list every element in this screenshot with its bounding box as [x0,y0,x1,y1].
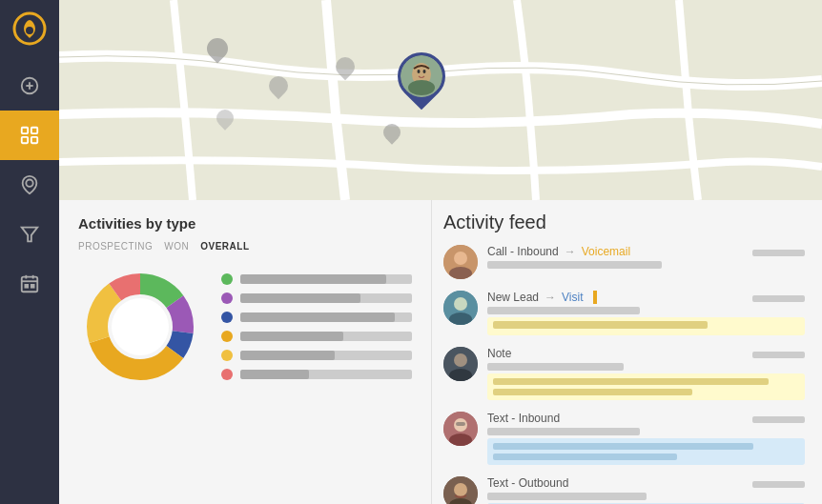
map-pin-4 [336,57,355,76]
sidebar-item-grid[interactable] [0,111,59,160]
legend-item-2 [221,292,412,304]
feed-type-3: Note [487,347,511,360]
svg-rect-16 [31,285,34,288]
feed-title: Activity feed [443,208,805,233]
feed-note-box [487,373,805,400]
legend-item-3 [221,312,412,323]
feed-highlight-bar [493,321,708,329]
feed-content-4: Text - Inbound [487,412,805,465]
svg-rect-11 [22,277,38,292]
sidebar-logo[interactable] [12,11,47,46]
svg-rect-15 [25,285,28,288]
sidebar-item-calendar[interactable] [0,259,59,309]
legend-dot-1 [221,273,233,285]
feed-item-3: Note [443,347,805,400]
svg-point-30 [112,298,169,355]
legend-dot-3 [221,312,233,323]
map-pin-active [398,52,445,100]
filter-overall[interactable]: OVERALL [200,241,249,252]
legend-item-5 [221,350,412,361]
legend-dot-4 [221,331,233,342]
chart-area [78,265,412,389]
filter-prospecting[interactable]: PROSPECTING [78,241,153,252]
feed-content-1: Call - Inbound → Voicemail [487,245,805,272]
feed-header-3: Note [487,347,805,360]
feed-item-4: Text - Inbound [443,412,805,465]
legend-bar-6 [240,370,412,379]
map-pin-5 [383,124,401,141]
legend-item-6 [221,369,412,380]
svg-point-9 [26,180,32,187]
svg-rect-42 [456,422,465,426]
feed-item-5: Text - Outbound [443,476,805,504]
feed-bar-2 [487,307,640,314]
sidebar-item-filter[interactable] [0,210,59,259]
feed-avatar-1 [443,245,478,279]
feed-header-1: Call - Inbound → Voicemail [487,245,805,258]
blue-bar-4-1 [493,443,753,450]
feed-bar-3 [487,363,624,371]
feed-timestamp-1 [752,247,805,256]
svg-rect-6 [31,128,37,133]
feed-link-1[interactable]: Voicemail [582,245,630,258]
legend-dot-5 [221,350,233,361]
activities-section: Activities by type PROSPECTING WON OVERA… [59,200,431,504]
svg-rect-5 [22,128,28,133]
sidebar-item-location[interactable] [0,160,59,210]
map-pin-1 [207,38,228,59]
svg-point-22 [418,70,421,73]
feed-bar-5 [487,493,647,500]
svg-point-20 [408,80,435,95]
svg-marker-10 [22,228,38,242]
feed-timestamp-2 [752,292,805,302]
map-section [59,0,822,200]
feed-avatar-4 [443,412,478,446]
feed-type-1: Call - Inbound [487,245,559,258]
feed-type-5: Text - Outbound [487,476,568,490]
sidebar [0,0,59,504]
note-bar-1 [493,378,769,385]
feed-timestamp-3 [752,349,805,358]
feed-blue-box-4 [487,438,805,465]
legend-bar-5 [240,351,412,360]
feed-content-3: Note [487,347,805,400]
svg-rect-7 [22,137,28,143]
svg-rect-8 [31,137,37,143]
legend-dot-2 [221,292,233,304]
feed-item-1: Call - Inbound → Voicemail [443,245,805,279]
svg-point-23 [423,70,426,73]
sidebar-item-add[interactable] [0,61,59,111]
map-pin-2 [269,76,288,95]
feed-header-5: Text - Outbound [487,476,805,490]
activities-filters: PROSPECTING WON OVERALL [78,241,412,252]
feed-section: Activity feed Call - Inbound → Voicemail [431,200,822,504]
feed-avatar-5 [443,476,478,504]
feed-bar-4 [487,428,640,435]
legend-bar-3 [240,312,412,322]
legend-bar-2 [240,293,412,303]
activities-title: Activities by type [78,215,412,232]
feed-timestamp-4 [752,413,805,423]
note-bar-2 [493,389,692,395]
feed-type-2: New Lead [487,291,539,304]
main-content: Activities by type PROSPECTING WON OVERA… [59,0,822,504]
feed-type-4: Text - Inbound [487,412,560,425]
legend-bar-4 [240,332,412,341]
bottom-section: Activities by type PROSPECTING WON OVERA… [59,200,822,504]
feed-highlight-2 [487,317,805,335]
svg-point-45 [454,483,467,496]
feed-link-2[interactable]: Visit [562,291,583,304]
legend-bar-1 [240,274,412,284]
cursor-indicator [593,291,597,304]
feed-header-4: Text - Inbound [487,412,805,425]
legend-item-4 [221,331,412,342]
blue-bar-4-2 [493,454,677,460]
filter-won[interactable]: WON [164,241,189,252]
svg-point-32 [454,252,467,265]
legend-item-1 [221,273,412,285]
feed-bar-1 [487,261,662,269]
svg-point-35 [454,297,467,311]
feed-item-2: New Lead → Visit [443,291,805,335]
feed-content-2: New Lead → Visit [487,291,805,335]
donut-chart [78,265,202,389]
